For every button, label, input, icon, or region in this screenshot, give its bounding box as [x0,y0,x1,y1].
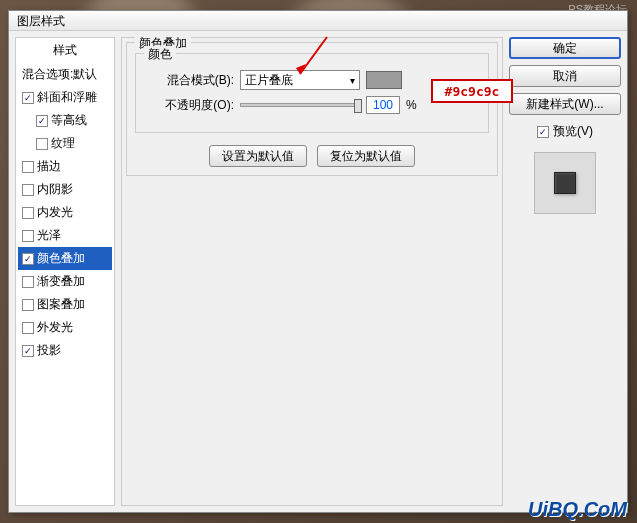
sidebar-checkbox-3[interactable] [22,161,34,173]
sidebar-item-7[interactable]: 颜色叠加 [18,247,112,270]
sidebar-label-3: 描边 [37,158,61,175]
settings-panel: 颜色叠加 颜色 混合模式(B): 正片叠底 不透明度(O): 100 % [121,37,503,506]
sidebar-checkbox-7[interactable] [22,253,34,265]
slider-thumb[interactable] [354,99,362,113]
sidebar-item-2[interactable]: 纹理 [18,132,112,155]
sidebar-label-5: 内发光 [37,204,73,221]
layer-style-dialog: 图层样式 样式 混合选项:默认 斜面和浮雕等高线纹理描边内阴影内发光光泽颜色叠加… [8,10,628,513]
opacity-slider[interactable] [240,103,360,107]
sidebar-checkbox-10[interactable] [22,322,34,334]
dialog-title: 图层样式 [17,14,65,28]
blend-mode-combo[interactable]: 正片叠底 [240,70,360,90]
blend-mode-label: 混合模式(B): [144,72,234,89]
sidebar-item-6[interactable]: 光泽 [18,224,112,247]
sidebar-item-10[interactable]: 外发光 [18,316,112,339]
styles-sidebar: 样式 混合选项:默认 斜面和浮雕等高线纹理描边内阴影内发光光泽颜色叠加渐变叠加图… [15,37,115,506]
sidebar-item-8[interactable]: 渐变叠加 [18,270,112,293]
opacity-unit: % [406,98,417,112]
preview-checkbox[interactable] [537,126,549,138]
opacity-input[interactable]: 100 [366,96,400,114]
inner-title: 颜色 [144,46,176,63]
sidebar-blend-default[interactable]: 混合选项:默认 [18,63,112,86]
dialog-titlebar: 图层样式 [9,11,627,31]
sidebar-checkbox-9[interactable] [22,299,34,311]
sidebar-item-3[interactable]: 描边 [18,155,112,178]
sidebar-label-4: 内阴影 [37,181,73,198]
sidebar-label-0: 斜面和浮雕 [37,89,97,106]
annotation-color-hex: #9c9c9c [431,79,513,103]
sidebar-label-2: 纹理 [51,135,75,152]
reset-default-button[interactable]: 复位为默认值 [317,145,415,167]
sidebar-checkbox-11[interactable] [22,345,34,357]
preview-thumbnail [534,152,596,214]
sidebar-label-1: 等高线 [51,112,87,129]
new-style-button[interactable]: 新建样式(W)... [509,93,621,115]
sidebar-item-11[interactable]: 投影 [18,339,112,362]
sidebar-label-7: 颜色叠加 [37,250,85,267]
sidebar-checkbox-1[interactable] [36,115,48,127]
watermark-bottom: UiBQ.CoM [528,498,627,521]
sidebar-label-9: 图案叠加 [37,296,85,313]
sidebar-label-6: 光泽 [37,227,61,244]
sidebar-label-11: 投影 [37,342,61,359]
sidebar-item-5[interactable]: 内发光 [18,201,112,224]
sidebar-label-8: 渐变叠加 [37,273,85,290]
sidebar-checkbox-2[interactable] [36,138,48,150]
sidebar-item-9[interactable]: 图案叠加 [18,293,112,316]
sidebar-item-4[interactable]: 内阴影 [18,178,112,201]
ok-button[interactable]: 确定 [509,37,621,59]
set-default-button[interactable]: 设置为默认值 [209,145,307,167]
cancel-button[interactable]: 取消 [509,65,621,87]
sidebar-label-10: 外发光 [37,319,73,336]
dialog-buttons: 确定 取消 新建样式(W)... 预览(V) [509,37,621,506]
preview-label: 预览(V) [553,123,593,140]
color-swatch[interactable] [366,71,402,89]
sidebar-checkbox-0[interactable] [22,92,34,104]
sidebar-checkbox-8[interactable] [22,276,34,288]
sidebar-checkbox-4[interactable] [22,184,34,196]
sidebar-header: 样式 [18,42,112,59]
sidebar-checkbox-5[interactable] [22,207,34,219]
sidebar-checkbox-6[interactable] [22,230,34,242]
opacity-label: 不透明度(O): [144,97,234,114]
preview-shape [554,172,576,194]
sidebar-item-0[interactable]: 斜面和浮雕 [18,86,112,109]
sidebar-item-1[interactable]: 等高线 [18,109,112,132]
